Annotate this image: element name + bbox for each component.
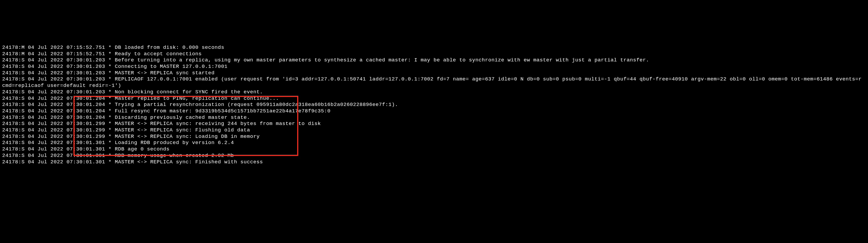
log-line: 24178:M 04 Jul 2022 07:15:52.751 * Ready…: [2, 51, 866, 57]
log-line: 24178:S 04 Jul 2022 07:30:01.204 * Tryin…: [2, 102, 866, 108]
log-line: 24178:S 04 Jul 2022 07:30:01.203 * Non b…: [2, 89, 866, 95]
log-lines-container: 24178:M 04 Jul 2022 07:15:52.751 * DB lo…: [2, 44, 866, 165]
log-line: 24178:S 04 Jul 2022 07:30:01.301 * RDB m…: [2, 153, 866, 159]
log-line: 24178:M 04 Jul 2022 07:15:52.751 * DB lo…: [2, 44, 866, 51]
log-line: 24178:S 04 Jul 2022 07:30:01.299 * MASTE…: [2, 121, 866, 127]
log-line: 24178:S 04 Jul 2022 07:30:01.204 * Disca…: [2, 115, 866, 121]
log-line: 24178:S 04 Jul 2022 07:30:01.299 * MASTE…: [2, 133, 866, 140]
log-line: 24178:S 04 Jul 2022 07:30:01.203 * Conne…: [2, 64, 866, 70]
log-line: 24178:S 04 Jul 2022 07:30:01.204 * Maste…: [2, 95, 866, 102]
log-line: 24178:S 04 Jul 2022 07:30:01.203 * Befor…: [2, 57, 866, 64]
log-line: 24178:S 04 Jul 2022 07:30:01.203 * MASTE…: [2, 70, 866, 77]
log-line: 24178:S 04 Jul 2022 07:30:01.299 * MASTE…: [2, 127, 866, 133]
log-line: 24178:S 04 Jul 2022 07:30:01.203 * REPLI…: [2, 76, 866, 89]
log-line: 24178:S 04 Jul 2022 07:30:01.301 * Loadi…: [2, 140, 866, 146]
log-line: 24178:S 04 Jul 2022 07:30:01.204 * Full …: [2, 108, 866, 115]
log-line: 24178:S 04 Jul 2022 07:30:01.301 * RDB a…: [2, 146, 866, 153]
log-line: 24178:S 04 Jul 2022 07:30:01.301 * MASTE…: [2, 159, 866, 165]
terminal-output: 24178:M 04 Jul 2022 07:15:52.751 * DB lo…: [0, 32, 868, 243]
